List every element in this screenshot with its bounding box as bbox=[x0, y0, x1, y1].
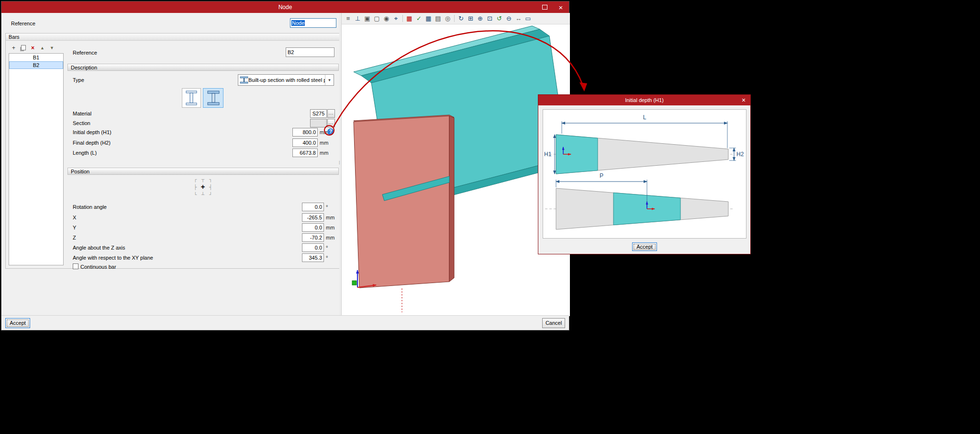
toolbar-separator bbox=[402, 15, 403, 22]
delete-bar-button[interactable]: × bbox=[29, 44, 36, 51]
type-label: Type bbox=[73, 77, 84, 83]
position-cell-tr[interactable]: ┐ bbox=[207, 175, 214, 183]
data-table-icon[interactable]: ▦ bbox=[424, 14, 433, 23]
display-options-icon[interactable]: ≡ bbox=[344, 14, 352, 23]
z-unit: mm bbox=[326, 235, 334, 240]
y-unit: mm bbox=[326, 225, 334, 230]
wireframe-view-icon[interactable]: ▢ bbox=[373, 14, 381, 23]
node-window: Node × Reference Node Bars + × ▲ ▼ B1 B2… bbox=[1, 1, 569, 331]
z-label: Z bbox=[73, 235, 76, 240]
material-value: S275 bbox=[310, 109, 327, 118]
section-browse-button[interactable]: ... bbox=[327, 119, 335, 127]
section-type-dropdown[interactable]: Built-up section with rolled steel plate… bbox=[238, 74, 334, 86]
position-cell-center[interactable]: + bbox=[199, 183, 207, 191]
angle-xy-unit: ° bbox=[326, 255, 328, 261]
orbit-icon[interactable]: ↻ bbox=[457, 14, 465, 23]
move-down-button[interactable]: ▼ bbox=[48, 44, 56, 51]
column-3d[interactable] bbox=[354, 115, 454, 288]
node-reference-value: Node bbox=[291, 20, 305, 26]
solid-view-icon[interactable]: ▣ bbox=[363, 14, 371, 23]
z-input[interactable] bbox=[302, 233, 324, 242]
zoom-window-icon[interactable]: ⊡ bbox=[486, 14, 494, 23]
move-up-button[interactable]: ▲ bbox=[39, 44, 46, 51]
pan-icon[interactable]: ↔ bbox=[514, 14, 523, 23]
position-cell-bc[interactable]: ┴ bbox=[199, 191, 207, 198]
dialog-titlebar[interactable]: Initial depth (H1) × bbox=[538, 95, 750, 105]
bars-list: B1 B2 bbox=[9, 53, 64, 265]
bars-toolbar: + × ▲ ▼ bbox=[10, 44, 56, 51]
window-titlebar[interactable]: Node × bbox=[1, 1, 569, 13]
position-cell-bl[interactable]: └ bbox=[191, 191, 199, 198]
x-input[interactable] bbox=[302, 213, 324, 222]
reference-label: Reference bbox=[11, 21, 35, 26]
h1-dimension-label: H1 bbox=[544, 151, 552, 158]
section-value bbox=[310, 119, 327, 127]
final-depth-input[interactable] bbox=[292, 138, 318, 147]
bar-list-item-b2[interactable]: B2 bbox=[9, 61, 63, 69]
add-bar-button[interactable]: + bbox=[10, 44, 17, 51]
y-input[interactable] bbox=[302, 223, 324, 232]
zoom-in-icon[interactable]: ⊕ bbox=[476, 14, 484, 23]
plumb-line-icon[interactable]: ⊥ bbox=[354, 14, 362, 23]
model-canvas[interactable] bbox=[342, 24, 569, 316]
close-icon: × bbox=[559, 4, 563, 11]
check-table-icon[interactable]: ✓ bbox=[415, 14, 423, 23]
angle-xy-label: Angle with respect to the XY plane bbox=[73, 255, 153, 261]
material-label: Material bbox=[73, 111, 91, 116]
annotation-arrow-head bbox=[579, 82, 587, 91]
initial-depth-label: Initial depth (H1) bbox=[73, 129, 111, 135]
description-header: Description bbox=[67, 64, 339, 71]
visibility-icon[interactable]: ◉ bbox=[382, 14, 390, 23]
final-depth-unit: mm bbox=[320, 140, 328, 146]
rotation-angle-input[interactable] bbox=[302, 203, 324, 211]
restore-button[interactable] bbox=[536, 1, 553, 13]
axes-icon[interactable]: ⌖ bbox=[392, 14, 400, 23]
report-table-icon[interactable]: ▦ bbox=[405, 14, 413, 23]
length-input[interactable] bbox=[292, 148, 318, 157]
splitter-handle[interactable]: ⁞ bbox=[339, 160, 340, 165]
footer-bar: Accept Cancel bbox=[1, 315, 569, 330]
builtup-i-section-icon bbox=[207, 91, 220, 105]
rotation-angle-label: Rotation angle bbox=[73, 204, 107, 210]
redraw-icon[interactable]: ↺ bbox=[495, 14, 503, 23]
grid-icon[interactable]: ▤ bbox=[434, 14, 442, 23]
bars-group: Bars + × ▲ ▼ B1 B2 Reference Description… bbox=[5, 33, 340, 269]
viewport-toolbar: ≡ ⊥ ▣ ▢ ◉ ⌖ ▦ ✓ ▦ ▤ ◎ ↻ ⊞ ⊕ ⊡ ↺ ⊖ ↔ ▭ bbox=[342, 13, 570, 24]
angle-z-unit: ° bbox=[326, 245, 328, 251]
initial-depth-input[interactable] bbox=[292, 128, 318, 137]
zoom-out-icon[interactable]: ⊖ bbox=[505, 14, 513, 23]
node-reference-input[interactable]: Node bbox=[290, 18, 336, 28]
hide-elements-icon[interactable]: ◎ bbox=[444, 14, 452, 23]
chevron-down-icon: ▾ bbox=[325, 75, 334, 85]
help-icon[interactable]: ? bbox=[327, 128, 334, 135]
bar-reference-input[interactable] bbox=[286, 47, 334, 57]
material-browse-button[interactable]: ... bbox=[327, 109, 335, 118]
toolbar-separator bbox=[454, 15, 455, 22]
dialog-close-button[interactable]: × bbox=[737, 95, 750, 105]
position-cell-tc[interactable]: ┬ bbox=[199, 175, 207, 183]
position-cell-br[interactable]: ┘ bbox=[207, 191, 214, 198]
continuous-bar-checkbox[interactable] bbox=[73, 263, 78, 269]
accept-button[interactable]: Accept bbox=[5, 318, 30, 328]
builtup-section-button[interactable] bbox=[203, 88, 223, 108]
x-label: X bbox=[73, 215, 76, 220]
close-button[interactable]: × bbox=[553, 1, 569, 13]
dialog-accept-button[interactable]: Accept bbox=[632, 242, 657, 251]
position-header: Position bbox=[67, 168, 339, 175]
cancel-button[interactable]: Cancel bbox=[542, 318, 565, 328]
zoom-extents-icon[interactable]: ⊞ bbox=[467, 14, 475, 23]
position-selector[interactable]: ┌ ┬ ┐ ├ + ┤ └ ┴ ┘ bbox=[191, 175, 214, 198]
snapshot-icon[interactable]: ▭ bbox=[524, 14, 532, 23]
position-cell-mr[interactable]: ┤ bbox=[207, 183, 214, 191]
position-cell-ml[interactable]: ├ bbox=[191, 183, 199, 191]
copy-bar-button[interactable] bbox=[20, 44, 27, 51]
angle-xy-input[interactable] bbox=[302, 253, 324, 262]
dialog-diagram-panel: L H1 H2 P bbox=[543, 109, 746, 239]
welded-section-button[interactable] bbox=[182, 88, 201, 108]
section-label: Section bbox=[73, 120, 90, 126]
position-cell-tl[interactable]: ┌ bbox=[191, 175, 199, 183]
angle-z-input[interactable] bbox=[302, 243, 324, 252]
length-label: Length (L) bbox=[73, 150, 97, 156]
bar-list-item-b1[interactable]: B1 bbox=[9, 54, 63, 61]
viewport[interactable]: ≡ ⊥ ▣ ▢ ◉ ⌖ ▦ ✓ ▦ ▤ ◎ ↻ ⊞ ⊕ ⊡ ↺ ⊖ ↔ ▭ bbox=[341, 13, 570, 316]
